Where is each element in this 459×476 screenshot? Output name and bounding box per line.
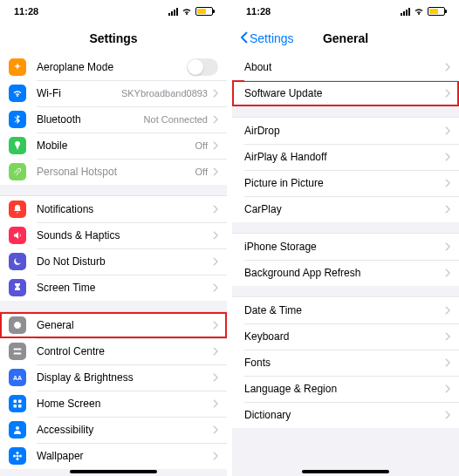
back-button[interactable]: Settings: [241, 31, 294, 46]
row-dnd[interactable]: Do Not Disturb: [0, 248, 227, 275]
row-storage[interactable]: iPhone Storage: [232, 234, 459, 260]
chevron-right-icon: [445, 411, 450, 419]
aa-icon: AA: [9, 369, 26, 386]
chevron-right-icon: [445, 153, 450, 161]
chevron-right-icon: [213, 257, 218, 266]
wifi-icon: [9, 85, 26, 102]
chevron-right-icon: [213, 399, 218, 408]
row-wallpaper[interactable]: Wallpaper: [0, 443, 227, 469]
row-label: Wallpaper: [37, 450, 213, 462]
row-label: Personal Hotspot: [37, 166, 195, 178]
row-wifi[interactable]: Wi-FiSKYbroadband0893: [0, 80, 227, 106]
row-detail: Off: [195, 140, 208, 151]
row-dictionary[interactable]: Dictionary: [232, 402, 459, 428]
chevron-right-icon: [445, 358, 450, 367]
row-label: Software Update: [244, 87, 445, 99]
toggle-aeroplane[interactable]: [187, 58, 218, 76]
wifi-status-icon: [414, 6, 424, 17]
svg-point-9: [17, 452, 19, 454]
row-background[interactable]: Background App Refresh: [232, 260, 459, 286]
nav-bar: Settings General: [232, 23, 459, 54]
row-label: Dictionary: [244, 409, 445, 421]
row-label: Control Centre: [37, 345, 213, 357]
bell-icon: [9, 201, 26, 218]
row-language[interactable]: Language & Region: [232, 376, 459, 402]
chevron-right-icon: [213, 347, 218, 356]
row-sounds[interactable]: Sounds & Haptics: [0, 222, 227, 248]
person-icon: [9, 421, 26, 439]
link-icon: [9, 163, 26, 180]
phone-left: 11:28 Settings Aeroplane ModeWi-FiSKYbro…: [0, 0, 227, 476]
row-label: Language & Region: [244, 383, 445, 395]
row-about[interactable]: About: [232, 54, 459, 80]
chevron-right-icon: [445, 63, 450, 71]
svg-rect-1: [14, 353, 22, 355]
status-time: 11:28: [246, 6, 271, 17]
svg-point-7: [16, 426, 19, 430]
row-label: Wi-Fi: [37, 87, 121, 99]
svg-point-10: [17, 458, 19, 460]
row-software-update[interactable]: Software Update: [232, 80, 459, 106]
svg-text:AA: AA: [13, 375, 22, 381]
svg-point-12: [19, 455, 22, 458]
row-general[interactable]: General: [0, 312, 227, 338]
row-notifications[interactable]: Notifications: [0, 196, 227, 222]
row-home[interactable]: Home Screen: [0, 391, 227, 417]
row-label: Fonts: [244, 357, 445, 369]
status-time: 11:28: [14, 6, 38, 17]
row-accessibility[interactable]: Accessibility: [0, 417, 227, 443]
row-display[interactable]: AADisplay & Brightness: [0, 364, 227, 391]
chevron-right-icon: [445, 126, 450, 135]
nav-title: Settings: [89, 31, 137, 45]
phone-right: 11:28 Settings General AboutSoftware Upd…: [232, 0, 459, 476]
row-screentime[interactable]: Screen Time: [0, 275, 227, 301]
general-list[interactable]: AboutSoftware UpdateAirDropAirPlay & Han…: [232, 54, 459, 476]
chevron-right-icon: [213, 373, 218, 382]
status-right: [168, 6, 213, 17]
row-label: About: [244, 61, 445, 73]
row-detail: Not Connected: [144, 114, 208, 125]
svg-rect-6: [18, 405, 22, 408]
moon-icon: [9, 253, 26, 270]
row-airplay[interactable]: AirPlay & Handoff: [232, 144, 459, 170]
cellular-signal-icon: [168, 8, 178, 16]
row-label: CarPlay: [244, 203, 445, 215]
back-label: Settings: [250, 31, 294, 45]
row-detail: Off: [195, 167, 208, 177]
row-label: Do Not Disturb: [37, 255, 213, 268]
row-label: Display & Brightness: [37, 371, 213, 384]
home-indicator[interactable]: [302, 470, 389, 473]
svg-rect-5: [14, 405, 17, 408]
chevron-right-icon: [445, 89, 450, 98]
chevron-right-icon: [445, 205, 450, 214]
row-label: AirDrop: [244, 125, 445, 137]
chevron-right-icon: [213, 167, 218, 176]
home-indicator[interactable]: [70, 470, 157, 473]
row-mobile[interactable]: MobileOff: [0, 133, 227, 159]
grid-icon: [9, 395, 26, 412]
row-label: Aeroplane Mode: [37, 61, 187, 73]
row-label: iPhone Storage: [244, 241, 445, 253]
settings-list[interactable]: Aeroplane ModeWi-FiSKYbroadband0893Bluet…: [0, 54, 227, 476]
chevron-right-icon: [213, 321, 218, 330]
chevron-right-icon: [445, 332, 450, 341]
row-pip[interactable]: Picture in Picture: [232, 170, 459, 196]
row-hotspot[interactable]: Personal HotspotOff: [0, 159, 227, 185]
row-label: Background App Refresh: [244, 267, 445, 279]
svg-rect-0: [14, 349, 22, 350]
battery-icon: [195, 7, 213, 16]
row-control[interactable]: Control Centre: [0, 338, 227, 364]
row-carplay[interactable]: CarPlay: [232, 196, 459, 222]
row-bluetooth[interactable]: BluetoothNot Connected: [0, 106, 227, 133]
row-label: AirPlay & Handoff: [244, 151, 445, 163]
row-aeroplane[interactable]: Aeroplane Mode: [0, 54, 227, 80]
row-fonts[interactable]: Fonts: [232, 350, 459, 376]
cellular-signal-icon: [401, 8, 410, 16]
row-datetime[interactable]: Date & Time: [232, 297, 459, 323]
row-keyboard[interactable]: Keyboard: [232, 323, 459, 350]
row-airdrop[interactable]: AirDrop: [232, 118, 459, 144]
nav-bar: Settings: [0, 23, 227, 54]
row-label: Home Screen: [37, 398, 213, 410]
chevron-right-icon: [213, 283, 218, 292]
row-label: Notifications: [37, 203, 213, 215]
